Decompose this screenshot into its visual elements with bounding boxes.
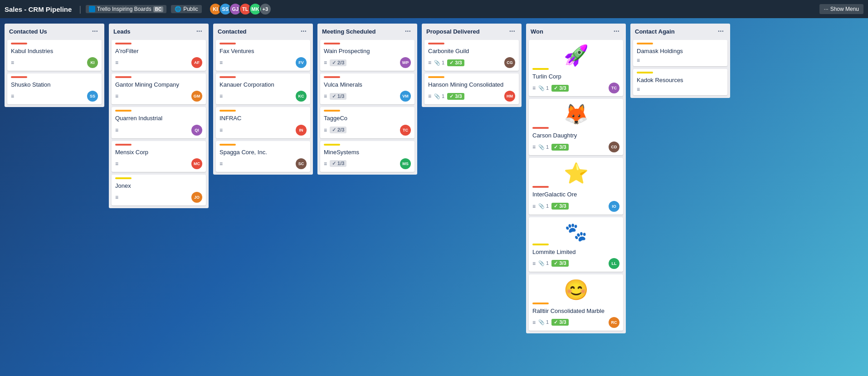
column-header: Leads··· <box>109 24 209 38</box>
card-title: Hanson Mining Consolidated <box>428 81 515 89</box>
card-hanson[interactable]: Hanson Mining Consolidated≡📎 1✓ 3/3HM <box>424 73 519 104</box>
card-wain[interactable]: Wain Prospecting≡✓ 2/3WP <box>320 40 414 71</box>
card-quarren[interactable]: Quarren Industrial≡QI <box>112 107 206 138</box>
card-title: Kadok Resources <box>637 76 724 84</box>
card-avatar: JO <box>191 192 202 203</box>
card-avatar: QI <box>191 125 202 136</box>
attachment-icon: 📎 1 <box>538 260 549 266</box>
card-footer: ≡FV <box>219 57 307 68</box>
card-carbonite[interactable]: Carbonite Guild≡📎 1✓ 3/3CG <box>424 40 519 71</box>
card-label <box>637 72 653 73</box>
card-meta: ≡📎 1✓ 3/3 <box>532 144 569 151</box>
card-kabul[interactable]: Kabul Industries≡KI <box>7 40 102 71</box>
card-label <box>324 43 340 44</box>
card-taggeco[interactable]: TaggeCo≡✓ 2/3TC <box>320 107 414 138</box>
card-ralltiir[interactable]: 😊Ralltiir Consolidated Marble≡📎 1✓ 3/3RC <box>529 274 623 331</box>
column-menu-button[interactable]: ··· <box>403 27 413 35</box>
card-carson[interactable]: 🦊Carson Daughtry≡📎 1✓ 3/3CD <box>529 99 623 155</box>
card-avatar: SS <box>87 91 98 102</box>
card-kadok[interactable]: Kadok Resources≡ <box>633 69 727 95</box>
column-header: Contact Again··· <box>630 24 730 38</box>
card-lommite[interactable]: 🐾Lommite Limited≡📎 1✓ 3/3LL <box>529 217 623 272</box>
column-menu-button[interactable]: ··· <box>612 27 621 35</box>
card-arofilter[interactable]: A'roFilter≡AF <box>112 40 206 71</box>
card-damask[interactable]: Damask Holdings≡ <box>633 40 727 66</box>
card-footer: ≡KI <box>11 57 98 68</box>
card-label <box>532 127 549 129</box>
card-label <box>219 144 236 146</box>
card-intergalactic[interactable]: ⭐InterGalactic Ore≡📎 1✓ 3/3IO <box>529 158 623 214</box>
card-spagga[interactable]: Spagga Core, Inc.≡SC <box>216 141 310 172</box>
show-menu-button[interactable]: ··· Show Menu <box>819 4 863 14</box>
card-infrac[interactable]: INFRAC≡IN <box>216 107 310 138</box>
column-menu-button[interactable]: ··· <box>299 27 308 35</box>
card-minesystems[interactable]: MineSystems≡✓ 1/3MS <box>320 141 414 172</box>
card-footer: ≡ <box>637 57 724 63</box>
card-meta: ≡ <box>219 161 223 167</box>
column-menu-button[interactable]: ··· <box>90 27 100 35</box>
card-avatar: AF <box>191 57 202 68</box>
card-footer: ≡📎 1✓ 3/3IO <box>532 201 619 212</box>
cards-container: Damask Holdings≡Kadok Resources≡ <box>630 38 730 98</box>
card-avatar: FV <box>296 57 307 68</box>
card-sticker: 🚀 <box>532 43 619 68</box>
card-vulca[interactable]: Vulca Minerals≡✓ 1/3VM <box>320 73 414 104</box>
lines-icon: ≡ <box>11 59 14 66</box>
card-label <box>324 110 340 112</box>
card-footer: ≡MC <box>115 158 202 169</box>
board-badge[interactable]: Trello Inspiring Boards BC <box>86 5 166 13</box>
ellipsis-icon: ··· <box>824 6 829 12</box>
column-menu-button[interactable]: ··· <box>195 27 204 35</box>
card-title: InterGalactic Ore <box>532 190 619 199</box>
card-avatar: VM <box>400 91 411 102</box>
card-label <box>428 43 444 44</box>
column-header: Meeting Scheduled··· <box>317 24 417 38</box>
visibility-badge[interactable]: 🌐 Public <box>171 5 202 13</box>
card-title: Spagga Core, Inc. <box>219 148 307 156</box>
column-menu-button[interactable]: ··· <box>507 27 517 35</box>
checklist-badge: ✓ 3/3 <box>551 203 568 210</box>
card-label <box>115 110 132 112</box>
card-title: A'roFilter <box>115 47 202 55</box>
card-shusko[interactable]: Shusko Station≡SS <box>7 73 102 104</box>
attachment-icon: 📎 1 <box>538 203 549 209</box>
lines-icon: ≡ <box>219 127 223 133</box>
card-title: TaggeCo <box>324 114 411 122</box>
column-menu-button[interactable]: ··· <box>716 27 726 35</box>
cards-container: A'roFilter≡AFGantor Mining Company≡GMQua… <box>109 38 209 208</box>
attachment-icon: 📎 1 <box>434 93 444 99</box>
card-kanauer[interactable]: Kanauer Corporation≡KC <box>216 73 310 104</box>
card-fax[interactable]: Fax Ventures≡FV <box>216 40 310 71</box>
card-footer: ≡JO <box>115 192 202 203</box>
card-label <box>532 303 549 304</box>
card-label <box>115 43 132 44</box>
card-turlin[interactable]: 🚀Turlin Corp≡📎 1✓ 3/3TC <box>529 40 623 96</box>
attachment-icon: 📎 1 <box>538 144 549 150</box>
column-won: Won···🚀Turlin Corp≡📎 1✓ 3/3TC🦊Carson Dau… <box>526 24 626 333</box>
card-label <box>219 110 236 112</box>
card-meta: ≡📎 1✓ 3/3 <box>532 319 569 326</box>
card-gantor[interactable]: Gantor Mining Company≡GM <box>112 73 206 104</box>
lines-icon: ≡ <box>11 93 14 99</box>
card-jonex[interactable]: Jonex≡JO <box>112 175 206 205</box>
card-avatar: TC <box>400 125 411 136</box>
card-avatar: LL <box>609 258 619 269</box>
checklist-badge: ✓ 3/3 <box>551 260 568 267</box>
card-avatar: KC <box>296 91 307 102</box>
card-meta: ≡✓ 1/3 <box>324 160 346 167</box>
card-avatar: KI <box>87 57 98 68</box>
card-title: Jonex <box>115 182 202 190</box>
card-title: Turlin Corp <box>532 73 619 81</box>
card-label <box>532 68 549 70</box>
lines-icon: ≡ <box>324 161 327 167</box>
avatar-overflow-count[interactable]: +3 <box>259 3 272 15</box>
column-header: Contacted··· <box>213 24 313 38</box>
column-contacted-us: Contacted Us···Kabul Industries≡KIShusko… <box>5 24 104 107</box>
card-mensix[interactable]: Mensix Corp≡MC <box>112 141 206 172</box>
card-title: Carbonite Guild <box>428 47 515 55</box>
card-footer: ≡✓ 1/3MS <box>324 158 411 169</box>
card-label <box>219 43 236 44</box>
card-meta: ≡ <box>115 127 118 133</box>
lines-icon: ≡ <box>219 59 223 66</box>
column-title: Contact Again <box>635 28 675 35</box>
